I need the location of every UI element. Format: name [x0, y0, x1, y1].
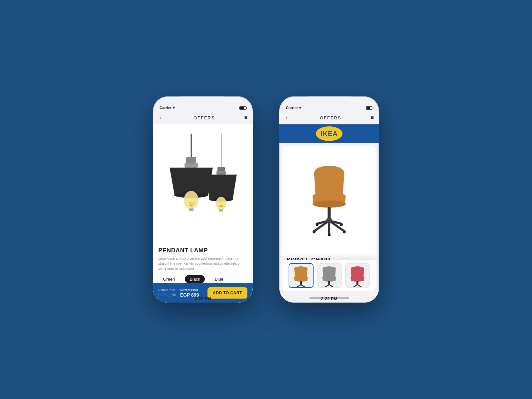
- svg-rect-2: [185, 163, 198, 168]
- svg-line-29: [325, 285, 329, 287]
- svg-point-23: [340, 223, 343, 226]
- battery-icon-1: [239, 106, 246, 110]
- svg-point-19: [313, 230, 316, 233]
- chair-image-area: [282, 146, 376, 253]
- battery-fill-2: [366, 107, 370, 109]
- color-green[interactable]: Green: [158, 275, 180, 283]
- svg-rect-11: [219, 209, 223, 211]
- nav-bar-1: ← OFFERS ≡: [153, 111, 253, 124]
- notch-2: [308, 96, 351, 106]
- swatch-tan[interactable]: [289, 263, 314, 288]
- ikea-text: IKEA: [321, 130, 338, 138]
- chair-swatches-bar: [282, 260, 376, 291]
- old-price: EGP 1,190: [158, 293, 176, 297]
- menu-button-1[interactable]: ≡: [244, 115, 247, 121]
- swatch-gray-inner: [318, 264, 341, 287]
- back-button-1[interactable]: ←: [158, 114, 164, 121]
- lamp-title: PENDANT LAMP: [158, 247, 247, 254]
- phone-1: Carrier ▾ 2:22 PM ← OFFERS ≡: [153, 96, 253, 303]
- swatch-gray[interactable]: [317, 263, 342, 288]
- carrier-1: Carrier: [160, 106, 172, 110]
- svg-rect-8: [216, 171, 226, 175]
- status-left-1: Carrier ▾: [160, 106, 175, 110]
- lamp-desc: Lamp base and cord set are sold separate…: [158, 256, 247, 271]
- svg-point-20: [343, 230, 346, 233]
- svg-point-21: [328, 233, 331, 236]
- ikea-header: IKEA: [279, 124, 379, 143]
- add-to-cart-button[interactable]: ADD TO CART: [207, 287, 247, 299]
- normal-price-label: Normal Price: [158, 288, 176, 292]
- svg-line-26: [297, 285, 301, 287]
- chair-card: SWIVEL CHAIR nterface is a slang express…: [282, 146, 376, 291]
- svg-point-24: [326, 218, 332, 224]
- wifi-icon-2: ▾: [299, 106, 301, 110]
- status-right-2: [366, 106, 372, 110]
- time-2: 2:22 PM: [321, 296, 337, 301]
- svg-line-32: [353, 285, 357, 287]
- ikea-oval: IKEA: [316, 126, 342, 141]
- wifi-icon-1: ▾: [173, 106, 175, 110]
- current-price-label: Current Price: [180, 288, 199, 292]
- svg-rect-5: [189, 208, 194, 211]
- status-right-1: [239, 106, 246, 110]
- carrier-2: Carrier: [286, 106, 298, 110]
- lamp-details: PENDANT LAMP Lamp base and cord set are …: [153, 242, 253, 283]
- battery-icon-2: [366, 106, 372, 110]
- swatch-red[interactable]: [345, 263, 370, 288]
- svg-point-4: [184, 191, 199, 209]
- battery-fill-1: [240, 107, 244, 109]
- notch-1: [181, 96, 224, 106]
- nav-bar-2: ← OFFERS ≡: [279, 111, 379, 124]
- svg-point-12: [313, 200, 346, 208]
- menu-button-2[interactable]: ≡: [371, 115, 374, 121]
- phones-container: Carrier ▾ 2:22 PM ← OFFERS ≡: [153, 96, 379, 303]
- svg-point-10: [216, 197, 226, 210]
- phone-2: Carrier ▾ 2:22 PM ← OFFERS ≡ IKEA: [279, 96, 379, 303]
- price-section: Normal Price Current Price EGP 1,190 EGP…: [158, 288, 199, 298]
- back-button-2[interactable]: ←: [285, 114, 291, 121]
- swatch-red-inner: [346, 264, 369, 287]
- status-left-2: Carrier ▾: [286, 106, 301, 110]
- svg-line-33: [357, 285, 362, 287]
- price-values: EGP 1,190 EGP 899: [158, 292, 199, 298]
- nav-title-1: OFFERS: [194, 115, 215, 120]
- color-options: Green Black Blue: [158, 275, 247, 283]
- time-1: 2:22 PM: [195, 296, 211, 301]
- lamp-illustration: [156, 134, 249, 233]
- price-label-row: Normal Price Current Price: [158, 288, 199, 292]
- svg-point-22: [316, 223, 319, 226]
- nav-title-2: OFFERS: [320, 115, 341, 120]
- svg-line-30: [329, 285, 333, 287]
- color-black[interactable]: Black: [185, 275, 205, 283]
- color-blue[interactable]: Blue: [210, 275, 228, 283]
- svg-line-27: [301, 285, 305, 287]
- lamp-image-area: [153, 124, 253, 242]
- chair-illustration: [296, 160, 362, 239]
- swatch-tan-inner: [289, 264, 313, 287]
- ikea-logo: IKEA: [316, 126, 342, 141]
